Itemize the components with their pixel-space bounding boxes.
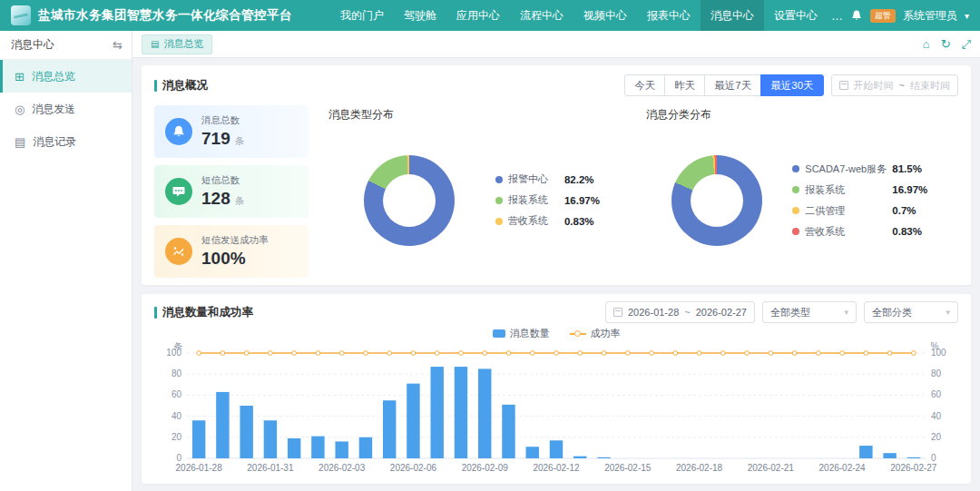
nav-item[interactable]: 流程中心 (510, 0, 573, 31)
range-filter-button[interactable]: 最近30天 (760, 74, 823, 96)
stat-card: 短信发送成功率100% (154, 225, 309, 278)
stat-value-row: 719条 (201, 129, 244, 149)
svg-text:20: 20 (931, 432, 942, 442)
stat-unit: 条 (235, 195, 245, 208)
svg-text:0: 0 (931, 453, 936, 463)
tab-label: 消息总览 (163, 37, 203, 51)
legend-item[interactable]: SCADA7-web服务81.5% (792, 162, 927, 176)
svg-text:2026-01-28: 2026-01-28 (176, 463, 223, 473)
legend-item[interactable]: 报装系统16.97% (792, 183, 927, 197)
panel-accent (154, 80, 157, 92)
fullscreen-icon[interactable]: ⤢ (962, 37, 971, 52)
sidebar: 消息中心 ⇆ ⊞消息总览◎消息发送▤消息记录 (0, 31, 132, 491)
trend-panel: 消息数量和成功率 2026-01-28 ~ 2026-02-27 全部类型 ▾ … (142, 294, 971, 484)
nav-item[interactable]: 设置中心 (764, 0, 828, 31)
svg-text:2026-02-03: 2026-02-03 (318, 463, 366, 473)
stat-value-row: 128条 (201, 189, 244, 209)
stat-card: 消息总数719条 (154, 105, 309, 158)
legend-value: 0.7% (892, 205, 916, 216)
calendar-icon (839, 81, 848, 90)
legend-label: SCADA7-web服务 (805, 162, 892, 176)
nav-item[interactable]: 消息中心 (701, 0, 764, 31)
legend-bar-toggle[interactable]: 消息数量 (493, 327, 550, 340)
message-type-legend: 报警中心82.2%报装系统16.97%营收系统0.83% (495, 172, 600, 228)
chevron-down-icon: ▾ (844, 308, 848, 317)
stat-value: 100% (201, 249, 246, 269)
trend-date-range[interactable]: 2026-01-28 ~ 2026-02-27 (605, 301, 755, 323)
overview-icon: ⊞ (15, 70, 24, 83)
overview-panel-title: 消息概况 (162, 78, 208, 93)
legend-item[interactable]: 报警中心82.2% (495, 172, 600, 186)
date-end-placeholder: 结束时间 (910, 79, 950, 93)
svg-text:80: 80 (931, 368, 942, 378)
quick-range-filters: 今天昨天最近7天最近30天 (624, 74, 823, 96)
calendar-icon (613, 308, 622, 317)
legend-label: 营收系统 (805, 225, 892, 239)
overview-date-range[interactable]: 开始时间 ~ 结束时间 (831, 74, 958, 96)
type-select[interactable]: 全部类型 ▾ (762, 301, 857, 323)
svg-text:2026-02-18: 2026-02-18 (676, 463, 723, 473)
legend-dot-icon (495, 218, 503, 225)
legend-value: 16.97% (892, 184, 927, 195)
bar-series-marker-icon (493, 329, 505, 338)
legend-value: 0.83% (892, 226, 922, 237)
nav-item[interactable]: 应用中心 (446, 0, 510, 31)
record-icon: ▤ (15, 135, 25, 149)
stat-card: 短信总数128条 (154, 165, 309, 218)
legend-item[interactable]: 二供管理0.7% (792, 204, 927, 218)
svg-text:2026-02-27: 2026-02-27 (890, 463, 937, 473)
sidebar-title: 消息中心 (11, 37, 54, 53)
user-menu-caret-icon[interactable]: ▾ (965, 11, 969, 21)
sidebar-header: 消息中心 ⇆ (0, 31, 132, 60)
trend-legend: 消息数量 成功率 (154, 327, 958, 340)
current-user[interactable]: 系统管理员 (903, 8, 957, 24)
overview-panel: 消息概况 今天昨天最近7天最近30天 开始时间 ~ 结束时间 消息总数719条短… (142, 65, 971, 285)
legend-label: 营收系统 (508, 214, 564, 228)
type-select-value: 全部类型 (770, 306, 810, 319)
svg-text:条: 条 (173, 342, 182, 351)
legend-dot-icon (792, 207, 799, 214)
stat-label: 消息总数 (201, 114, 244, 127)
sidebar-item-label: 消息发送 (32, 102, 75, 117)
nav-item[interactable]: 视频中心 (573, 0, 637, 31)
top-nav: 我的门户驾驶舱应用中心流程中心视频中心报表中心消息中心设置中心 (330, 0, 828, 31)
sidebar-item-label: 消息记录 (33, 134, 76, 150)
sidebar-collapse-icon[interactable]: ⇆ (113, 38, 122, 52)
nav-item[interactable]: 报表中心 (637, 0, 701, 31)
category-select[interactable]: 全部分类 ▾ (864, 301, 958, 323)
svg-text:2026-02-06: 2026-02-06 (390, 463, 437, 473)
tab-message-overview[interactable]: ▤ 消息总览 (142, 34, 212, 54)
legend-item[interactable]: 报装系统16.97% (495, 193, 600, 207)
sidebar-item[interactable]: ⊞消息总览 (0, 60, 132, 93)
tabbar-actions: ⌂ ↻ ⤢ (923, 37, 971, 52)
range-filter-button[interactable]: 最近7天 (704, 74, 761, 96)
stat-value-row: 100% (201, 249, 269, 269)
stat-text: 短信总数128条 (201, 174, 244, 209)
legend-line-toggle[interactable]: 成功率 (570, 327, 621, 340)
svg-text:60: 60 (931, 389, 942, 399)
stat-value: 128 (201, 189, 230, 209)
trend-panel-title: 消息数量和成功率 (162, 305, 253, 320)
send-icon: ◎ (15, 103, 24, 116)
notification-bell-icon[interactable] (850, 9, 863, 22)
range-filter-button[interactable]: 昨天 (664, 74, 705, 96)
app-title: 盐城市水务集团智慧水务一体化综合管控平台 (38, 7, 292, 24)
nav-item[interactable]: 我的门户 (330, 0, 394, 31)
donut-charts: 消息类型分布 报警中心82.2%报装系统16.97%营收系统0.83% 消息分类… (323, 105, 958, 278)
sidebar-menu: ⊞消息总览◎消息发送▤消息记录 (0, 60, 132, 158)
home-icon[interactable]: ⌂ (923, 37, 930, 52)
stat-label: 短信总数 (201, 174, 244, 187)
refresh-icon[interactable]: ↻ (941, 37, 951, 52)
bar-series-label: 消息数量 (510, 327, 550, 340)
sidebar-item[interactable]: ◎消息发送 (0, 93, 132, 125)
legend-item[interactable]: 营收系统0.83% (495, 214, 600, 228)
sidebar-item[interactable]: ▤消息记录 (0, 125, 132, 158)
more-menu-icon[interactable]: … (831, 10, 843, 22)
svg-text:40: 40 (172, 411, 182, 421)
date-separator: ~ (684, 307, 690, 318)
svg-text:2026-02-15: 2026-02-15 (604, 463, 652, 473)
range-filter-button[interactable]: 今天 (624, 74, 665, 96)
donut-hole (383, 174, 436, 227)
legend-item[interactable]: 营收系统0.83% (792, 225, 927, 239)
nav-item[interactable]: 驾驶舱 (394, 0, 446, 31)
